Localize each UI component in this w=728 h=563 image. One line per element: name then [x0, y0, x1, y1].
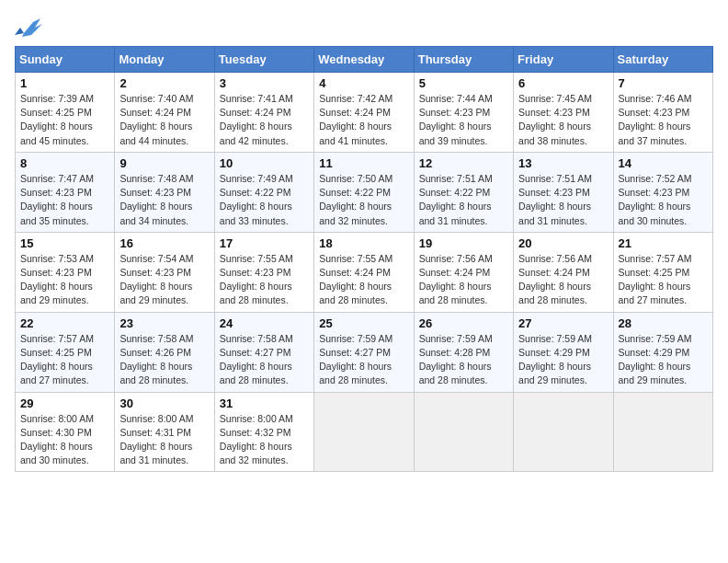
day-info: Sunrise: 7:55 AMSunset: 4:24 PMDaylight:… [319, 252, 408, 308]
calendar-cell: 13 Sunrise: 7:51 AMSunset: 4:23 PMDaylig… [514, 152, 613, 232]
calendar-cell: 4 Sunrise: 7:42 AMSunset: 4:24 PMDayligh… [314, 73, 414, 153]
calendar-body: 1 Sunrise: 7:39 AMSunset: 4:25 PMDayligh… [16, 73, 713, 472]
day-number: 7 [619, 76, 708, 90]
day-info: Sunrise: 7:47 AMSunset: 4:23 PMDaylight:… [20, 172, 109, 228]
day-number: 2 [119, 76, 209, 90]
day-number: 23 [119, 316, 209, 330]
svg-marker-0 [22, 18, 42, 37]
calendar-cell: 18 Sunrise: 7:55 AMSunset: 4:24 PMDaylig… [314, 232, 414, 312]
calendar-cell: 21 Sunrise: 7:57 AMSunset: 4:25 PMDaylig… [613, 232, 712, 312]
calendar-cell: 31 Sunrise: 8:00 AMSunset: 4:32 PMDaylig… [214, 392, 313, 472]
day-number: 13 [518, 156, 608, 170]
calendar-cell: 24 Sunrise: 7:58 AMSunset: 4:27 PMDaylig… [214, 312, 313, 392]
calendar-week-5: 29 Sunrise: 8:00 AMSunset: 4:30 PMDaylig… [16, 392, 713, 472]
day-info: Sunrise: 7:59 AMSunset: 4:28 PMDaylight:… [419, 332, 508, 388]
weekday-saturday: Saturday [613, 47, 712, 73]
day-number: 1 [20, 76, 109, 90]
calendar-cell [314, 392, 414, 472]
day-number: 11 [319, 156, 408, 170]
day-number: 31 [220, 396, 309, 410]
weekday-wednesday: Wednesday [314, 47, 414, 73]
day-info: Sunrise: 7:40 AMSunset: 4:24 PMDaylight:… [119, 92, 209, 148]
day-info: Sunrise: 7:53 AMSunset: 4:23 PMDaylight:… [20, 252, 109, 308]
day-number: 14 [619, 156, 708, 170]
calendar-cell [414, 392, 513, 472]
calendar-cell [514, 392, 613, 472]
calendar-cell: 6 Sunrise: 7:45 AMSunset: 4:23 PMDayligh… [514, 73, 613, 153]
day-number: 12 [419, 156, 508, 170]
day-number: 4 [319, 76, 408, 90]
svg-marker-1 [15, 28, 24, 35]
day-info: Sunrise: 7:39 AMSunset: 4:25 PMDaylight:… [20, 92, 109, 148]
calendar-cell: 28 Sunrise: 7:59 AMSunset: 4:29 PMDaylig… [613, 312, 712, 392]
calendar-cell: 30 Sunrise: 8:00 AMSunset: 4:31 PMDaylig… [115, 392, 214, 472]
day-number: 28 [619, 316, 708, 330]
day-number: 18 [319, 236, 408, 250]
day-number: 30 [119, 396, 209, 410]
calendar-cell: 2 Sunrise: 7:40 AMSunset: 4:24 PMDayligh… [115, 73, 214, 153]
calendar-cell: 11 Sunrise: 7:50 AMSunset: 4:22 PMDaylig… [314, 152, 414, 232]
calendar-cell: 1 Sunrise: 7:39 AMSunset: 4:25 PMDayligh… [16, 73, 115, 153]
calendar-week-1: 1 Sunrise: 7:39 AMSunset: 4:25 PMDayligh… [16, 73, 713, 153]
calendar-cell: 3 Sunrise: 7:41 AMSunset: 4:24 PMDayligh… [214, 73, 313, 153]
weekday-tuesday: Tuesday [214, 47, 313, 73]
day-info: Sunrise: 7:58 AMSunset: 4:26 PMDaylight:… [119, 332, 209, 388]
day-info: Sunrise: 7:44 AMSunset: 4:23 PMDaylight:… [419, 92, 508, 148]
day-info: Sunrise: 7:59 AMSunset: 4:27 PMDaylight:… [319, 332, 408, 388]
calendar-cell: 23 Sunrise: 7:58 AMSunset: 4:26 PMDaylig… [115, 312, 214, 392]
day-info: Sunrise: 7:59 AMSunset: 4:29 PMDaylight:… [619, 332, 708, 388]
day-number: 9 [119, 156, 209, 170]
calendar-cell: 20 Sunrise: 7:56 AMSunset: 4:24 PMDaylig… [514, 232, 613, 312]
calendar-cell: 29 Sunrise: 8:00 AMSunset: 4:30 PMDaylig… [16, 392, 115, 472]
day-info: Sunrise: 7:56 AMSunset: 4:24 PMDaylight:… [419, 252, 508, 308]
day-info: Sunrise: 7:51 AMSunset: 4:22 PMDaylight:… [419, 172, 508, 228]
day-info: Sunrise: 7:55 AMSunset: 4:23 PMDaylight:… [220, 252, 309, 308]
logo [15, 15, 46, 39]
day-info: Sunrise: 7:50 AMSunset: 4:22 PMDaylight:… [319, 172, 408, 228]
day-number: 10 [220, 156, 309, 170]
calendar-cell: 14 Sunrise: 7:52 AMSunset: 4:23 PMDaylig… [613, 152, 712, 232]
day-info: Sunrise: 8:00 AMSunset: 4:30 PMDaylight:… [20, 412, 109, 468]
day-info: Sunrise: 7:45 AMSunset: 4:23 PMDaylight:… [518, 92, 608, 148]
weekday-friday: Friday [514, 47, 613, 73]
day-info: Sunrise: 7:54 AMSunset: 4:23 PMDaylight:… [119, 252, 209, 308]
calendar-cell: 17 Sunrise: 7:55 AMSunset: 4:23 PMDaylig… [214, 232, 313, 312]
day-info: Sunrise: 7:49 AMSunset: 4:22 PMDaylight:… [220, 172, 309, 228]
day-number: 22 [20, 316, 109, 330]
day-number: 26 [419, 316, 508, 330]
day-number: 3 [220, 76, 309, 90]
calendar-cell: 7 Sunrise: 7:46 AMSunset: 4:23 PMDayligh… [613, 73, 712, 153]
calendar-cell [613, 392, 712, 472]
calendar-cell: 27 Sunrise: 7:59 AMSunset: 4:29 PMDaylig… [514, 312, 613, 392]
weekday-sunday: Sunday [16, 47, 115, 73]
day-info: Sunrise: 7:52 AMSunset: 4:23 PMDaylight:… [619, 172, 708, 228]
day-info: Sunrise: 7:58 AMSunset: 4:27 PMDaylight:… [220, 332, 309, 388]
calendar-cell: 5 Sunrise: 7:44 AMSunset: 4:23 PMDayligh… [414, 73, 513, 153]
day-number: 25 [319, 316, 408, 330]
day-info: Sunrise: 8:00 AMSunset: 4:31 PMDaylight:… [119, 412, 209, 468]
calendar-cell: 9 Sunrise: 7:48 AMSunset: 4:23 PMDayligh… [115, 152, 214, 232]
day-number: 8 [20, 156, 109, 170]
day-info: Sunrise: 7:56 AMSunset: 4:24 PMDaylight:… [518, 252, 608, 308]
day-number: 5 [419, 76, 508, 90]
day-number: 15 [20, 236, 109, 250]
day-info: Sunrise: 7:57 AMSunset: 4:25 PMDaylight:… [619, 252, 708, 308]
calendar-cell: 22 Sunrise: 7:57 AMSunset: 4:25 PMDaylig… [16, 312, 115, 392]
page-header [15, 15, 713, 39]
day-number: 21 [619, 236, 708, 250]
calendar-cell: 16 Sunrise: 7:54 AMSunset: 4:23 PMDaylig… [115, 232, 214, 312]
day-info: Sunrise: 8:00 AMSunset: 4:32 PMDaylight:… [220, 412, 309, 468]
day-number: 27 [518, 316, 608, 330]
day-number: 19 [419, 236, 508, 250]
calendar-cell: 25 Sunrise: 7:59 AMSunset: 4:27 PMDaylig… [314, 312, 414, 392]
calendar-week-3: 15 Sunrise: 7:53 AMSunset: 4:23 PMDaylig… [16, 232, 713, 312]
weekday-thursday: Thursday [414, 47, 513, 73]
calendar-cell: 10 Sunrise: 7:49 AMSunset: 4:22 PMDaylig… [214, 152, 313, 232]
day-info: Sunrise: 7:59 AMSunset: 4:29 PMDaylight:… [518, 332, 608, 388]
weekday-header-row: SundayMondayTuesdayWednesdayThursdayFrid… [16, 47, 713, 73]
day-number: 6 [518, 76, 608, 90]
logo-icon [15, 15, 42, 39]
calendar-week-2: 8 Sunrise: 7:47 AMSunset: 4:23 PMDayligh… [16, 152, 713, 232]
day-info: Sunrise: 7:48 AMSunset: 4:23 PMDaylight:… [119, 172, 209, 228]
calendar-cell: 19 Sunrise: 7:56 AMSunset: 4:24 PMDaylig… [414, 232, 513, 312]
